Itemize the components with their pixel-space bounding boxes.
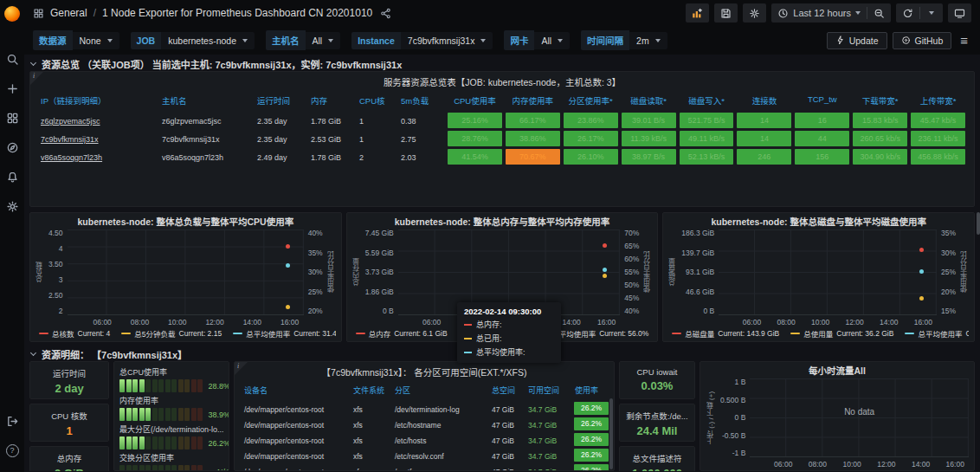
column-header[interactable]: 分区 <box>392 381 489 399</box>
configuration-gear-icon[interactable] <box>3 197 22 216</box>
chart-title[interactable]: 每小时流量All <box>706 364 969 378</box>
column-header[interactable]: 运行时间 <box>254 91 307 110</box>
cell-filesystem: xfs <box>351 462 392 471</box>
legend-item[interactable]: 总核数Current: 4 <box>39 328 110 339</box>
zoom-out-time-button[interactable] <box>867 3 891 23</box>
x-tick: 10:00 <box>168 318 186 327</box>
create-plus-icon[interactable] <box>3 79 22 98</box>
x-tick: 06:00 <box>743 318 761 327</box>
overview-table-title[interactable]: 服务器资源总览表【JOB: kubernetes-node，主机总数: 3】 <box>37 74 967 91</box>
column-header[interactable]: 内存 <box>307 91 356 110</box>
chart-title[interactable]: kubernetes-node: 整体总负载与整体平均CPU使用率 <box>35 215 336 230</box>
partition-table-title[interactable]: 【7c9bvfkmnsij31x】： 各分区可用空间(EXT.*/XFS) <box>242 364 607 381</box>
sign-in-icon[interactable] <box>3 411 22 430</box>
add-panel-button[interactable] <box>686 3 709 23</box>
y-tick: 0 B <box>703 307 714 315</box>
github-link-button[interactable]: GitHub <box>893 32 952 49</box>
save-dashboard-button[interactable] <box>714 3 738 23</box>
column-header[interactable]: CPU核 <box>356 91 397 110</box>
table-scrollbar[interactable] <box>609 398 613 469</box>
refresh-interval-dropdown[interactable] <box>920 3 943 23</box>
explore-compass-icon[interactable] <box>3 138 22 157</box>
ip-link[interactable]: z6glzpvemac5jsc <box>37 110 158 128</box>
variable-value-dropdown[interactable]: None <box>73 32 119 49</box>
gauge-segment <box>178 408 184 421</box>
y-tick: 65% <box>624 242 639 250</box>
y-tick: -0.50 B <box>722 432 745 440</box>
column-header[interactable]: 使用率 <box>572 381 610 399</box>
column-header[interactable]: 连接数 <box>735 91 793 110</box>
column-header[interactable]: 磁盘读取* <box>620 91 678 110</box>
page-scrollbar[interactable] <box>977 212 980 235</box>
column-header[interactable]: TCP_tw <box>793 91 851 110</box>
legend-item[interactable]: 总内存Current: 6.1 GiB <box>356 328 448 339</box>
column-header[interactable]: 分区使用率* <box>562 91 620 110</box>
update-link-button[interactable]: Update <box>827 32 887 49</box>
gauge-segment <box>126 408 132 421</box>
column-header[interactable]: 可用空间 <box>525 381 572 399</box>
search-icon[interactable] <box>3 49 22 68</box>
ip-link[interactable]: v86a5soqgn7l23h <box>37 146 158 165</box>
share-icon[interactable] <box>380 8 391 19</box>
series-swatch <box>464 324 472 326</box>
column-header[interactable]: CPU使用率 <box>446 91 504 110</box>
disk-chart-panel: kubernetes-node: 整体总磁盘与整体平均磁盘使用率 总磁盘量 18… <box>662 212 975 342</box>
column-header[interactable]: 磁盘写入* <box>678 91 736 110</box>
dashboards-icon[interactable] <box>3 108 22 127</box>
x-tick: 16:00 <box>280 318 299 327</box>
stat-panel: 总内存 3 GiB <box>29 446 109 471</box>
column-header[interactable]: 主机名 <box>158 91 254 110</box>
refresh-button[interactable] <box>896 3 919 23</box>
cell-disk-read: 38.97 B/s <box>622 149 676 165</box>
variable-value-dropdown[interactable]: 7c9bvfkmnsij31x <box>401 32 493 49</box>
column-header[interactable]: 内存使用率 <box>504 91 562 110</box>
gauge-segment <box>191 436 197 449</box>
stat-value: 2 day <box>55 382 83 395</box>
variable-value-dropdown[interactable]: All <box>534 32 570 49</box>
gauge-segment <box>126 436 132 449</box>
y-tick: 25% <box>941 268 956 276</box>
column-header[interactable]: IP（链接到明细） <box>37 91 158 110</box>
x-tick: 14:00 <box>563 318 581 327</box>
column-header[interactable]: 文件系统 <box>351 381 392 399</box>
dashboard-settings-button[interactable] <box>743 3 766 23</box>
chart-title[interactable]: kubernetes-node: 整体总内存与整体平均内存使用率 <box>352 215 653 230</box>
chart-title[interactable]: kubernetes-node: 整体总磁盘与整体平均磁盘使用率 <box>668 215 969 230</box>
gauge-segment <box>145 379 151 392</box>
variable-value-dropdown[interactable]: All <box>306 32 341 49</box>
cycle-view-mode-button[interactable] <box>948 3 971 23</box>
gauge-segment <box>165 408 171 421</box>
gauge-segment <box>132 465 138 471</box>
cell-filesystem: xfs <box>351 415 392 430</box>
gauge-segment <box>152 436 158 449</box>
y-tick: 4 <box>59 245 63 253</box>
cell-total-space: 47 GiB <box>489 430 525 446</box>
column-header[interactable]: 设备名 <box>242 381 351 399</box>
series-swatch <box>121 333 131 334</box>
ip-link[interactable]: 7c9bvfkmnsij31x <box>37 128 158 146</box>
column-header[interactable]: 5m负载 <box>397 91 446 110</box>
x-tick: 12:00 <box>877 460 895 469</box>
column-header[interactable]: 下载带宽* <box>851 91 909 110</box>
gauge-segment <box>184 436 190 449</box>
breadcrumb-folder[interactable]: General <box>50 7 87 19</box>
stats-left-column: 运行时间 2 day CPU 核数 1 总内存 3 GiB <box>29 361 109 471</box>
legend-item[interactable]: 总5分钟负载Current: 2.15 <box>121 328 222 339</box>
variable-value-dropdown[interactable]: 2m <box>629 32 667 49</box>
legend-item[interactable]: 总使用量Current: 36.2 GiB <box>790 328 893 339</box>
column-header[interactable]: 总空间 <box>489 381 525 399</box>
y-tick: 0.500 B <box>720 397 745 404</box>
alerting-bell-icon[interactable] <box>3 167 22 186</box>
kiosk-menu-icon[interactable]: ≡ <box>957 33 971 48</box>
grafana-logo-icon[interactable] <box>4 6 20 22</box>
variable-value-dropdown[interactable]: kubernetes-node <box>161 32 255 49</box>
time-range-picker[interactable]: Last 12 hours <box>771 3 867 23</box>
column-header[interactable]: 上传带宽* <box>909 91 967 110</box>
help-icon[interactable]: ? <box>3 441 22 460</box>
legend-item[interactable]: 总平均使用率Current: 31.4% <box>233 328 336 339</box>
row-overview-toggle[interactable]: 资源总览 （关联JOB项） 当前选中主机: 7c9bvfkmnsij31x，实例… <box>29 56 975 71</box>
legend-item[interactable]: 总平均使用率Current: 25.2% <box>905 328 969 339</box>
stat-title: 运行时间 <box>50 367 88 379</box>
legend-item[interactable]: 总磁盘量Current: 143.9 GiB <box>672 328 779 339</box>
cell-partition-usage: 23.86% <box>564 113 618 128</box>
